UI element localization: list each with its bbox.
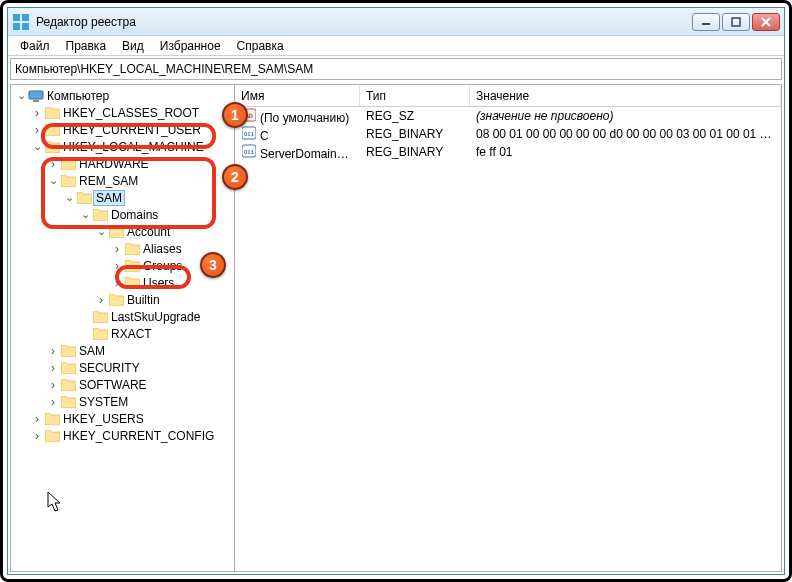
chevron-down-icon[interactable] <box>47 175 59 187</box>
app-icon <box>12 13 30 31</box>
folder-icon <box>60 395 76 409</box>
folder-icon <box>108 293 124 307</box>
tree-node[interactable]: HKEY_CURRENT_CONFIG <box>11 427 234 444</box>
tree-label: HKEY_CURRENT_CONFIG <box>63 429 214 443</box>
svg-text:011: 011 <box>244 131 255 137</box>
folder-icon <box>44 106 60 120</box>
address-bar[interactable]: Компьютер\HKEY_LOCAL_MACHINE\REM_SAM\SAM <box>10 58 782 80</box>
folder-icon <box>108 225 124 239</box>
chevron-right-icon[interactable] <box>31 124 43 136</box>
value-row[interactable]: ab(По умолчанию)REG_SZ(значение не присв… <box>235 107 781 125</box>
folder-icon <box>44 429 60 443</box>
tree-pane[interactable]: Компьютер HKEY_CLASSES_ROOTHKEY_CURRENT_… <box>10 84 235 572</box>
chevron-down-icon[interactable] <box>79 209 91 221</box>
value-data: fe ff 01 <box>470 144 781 160</box>
tree-node[interactable]: HKEY_USERS <box>11 410 234 427</box>
folder-icon <box>44 412 60 426</box>
tree-label: HKEY_CLASSES_ROOT <box>63 106 199 120</box>
chevron-down-icon[interactable] <box>95 226 107 238</box>
tree-node[interactable]: REM_SAM <box>11 172 234 189</box>
expand-icon[interactable] <box>15 90 27 102</box>
tree-node[interactable]: SECURITY <box>11 359 234 376</box>
tree-node[interactable]: SAM <box>11 189 234 206</box>
titlebar[interactable]: Редактор реестра <box>8 8 784 36</box>
tree-node[interactable]: Account <box>11 223 234 240</box>
value-name: 011C <box>235 124 360 144</box>
chevron-right-icon[interactable] <box>31 413 43 425</box>
cursor-icon <box>47 491 63 513</box>
folder-icon <box>124 242 140 256</box>
tree-node[interactable]: Domains <box>11 206 234 223</box>
menu-file[interactable]: Файл <box>12 37 58 55</box>
chevron-down-icon[interactable] <box>31 141 43 153</box>
folder-icon <box>60 361 76 375</box>
svg-text:011: 011 <box>244 149 255 155</box>
value-data: (значение не присвоено) <box>470 108 781 124</box>
window-controls <box>692 13 780 31</box>
menubar: Файл Правка Вид Избранное Справка <box>8 36 784 56</box>
tree-label: LastSkuUpgrade <box>111 310 200 324</box>
tree-node[interactable]: HKEY_CURRENT_USER <box>11 121 234 138</box>
chevron-right-icon[interactable] <box>47 396 59 408</box>
menu-edit[interactable]: Правка <box>58 37 115 55</box>
tree-node[interactable]: SOFTWARE <box>11 376 234 393</box>
values-pane[interactable]: Имя Тип Значение ab(По умолчанию)REG_SZ(… <box>235 84 782 572</box>
chevron-right-icon[interactable] <box>111 277 123 289</box>
menu-favorites[interactable]: Избранное <box>152 37 229 55</box>
tree-label: Builtin <box>127 293 160 307</box>
window-title: Редактор реестра <box>36 15 692 29</box>
chevron-right-icon[interactable] <box>95 294 107 306</box>
col-value[interactable]: Значение <box>470 86 781 106</box>
tree-node[interactable]: HKEY_LOCAL_MACHINE <box>11 138 234 155</box>
tree-label: SOFTWARE <box>79 378 147 392</box>
tree-label: HKEY_USERS <box>63 412 144 426</box>
callout-badge-1: 1 <box>222 102 248 128</box>
tree-node[interactable]: Aliases <box>11 240 234 257</box>
folder-icon <box>60 174 76 188</box>
svg-rect-1 <box>22 14 29 21</box>
folder-icon <box>92 208 108 222</box>
chevron-right-icon[interactable] <box>31 430 43 442</box>
tree-node[interactable]: LastSkuUpgrade <box>11 308 234 325</box>
tree-label: SECURITY <box>79 361 140 375</box>
tree-root[interactable]: Компьютер <box>11 87 234 104</box>
menu-view[interactable]: Вид <box>114 37 152 55</box>
tree-label: SAM <box>93 190 125 206</box>
binary-value-icon: 011 <box>241 125 257 141</box>
chevron-right-icon[interactable] <box>47 345 59 357</box>
menu-help[interactable]: Справка <box>229 37 292 55</box>
chevron-right-icon[interactable] <box>47 362 59 374</box>
tree-label: Domains <box>111 208 158 222</box>
tree-node[interactable]: SAM <box>11 342 234 359</box>
folder-icon <box>124 259 140 273</box>
col-type[interactable]: Тип <box>360 86 470 106</box>
chevron-right-icon[interactable] <box>31 107 43 119</box>
chevron-right-icon[interactable] <box>111 260 123 272</box>
value-data: 08 00 01 00 00 00 00 00 d0 00 00 00 03 0… <box>470 126 781 142</box>
chevron-down-icon[interactable] <box>63 192 75 204</box>
close-button[interactable] <box>752 13 780 31</box>
col-name[interactable]: Имя <box>235 86 360 106</box>
tree-node[interactable]: Builtin <box>11 291 234 308</box>
maximize-button[interactable] <box>722 13 750 31</box>
value-row[interactable]: 011CREG_BINARY08 00 01 00 00 00 00 00 d0… <box>235 125 781 143</box>
value-row[interactable]: 011ServerDomainU...REG_BINARYfe ff 01 <box>235 143 781 161</box>
tree-node[interactable]: Users <box>11 274 234 291</box>
tree-node[interactable]: RXACT <box>11 325 234 342</box>
tree-label: HARDWARE <box>79 157 149 171</box>
tree-node[interactable]: HARDWARE <box>11 155 234 172</box>
svg-rect-5 <box>732 18 740 26</box>
tree-node[interactable]: SYSTEM <box>11 393 234 410</box>
tree-label: SAM <box>79 344 105 358</box>
minimize-button[interactable] <box>692 13 720 31</box>
registry-editor-window: Редактор реестра Файл Правка Вид Избранн… <box>7 7 785 575</box>
folder-icon <box>44 123 60 137</box>
chevron-right-icon[interactable] <box>47 379 59 391</box>
folder-icon <box>92 310 108 324</box>
chevron-right-icon[interactable] <box>111 243 123 255</box>
tree-node[interactable]: HKEY_CLASSES_ROOT <box>11 104 234 121</box>
value-name: 011ServerDomainU... <box>235 142 360 162</box>
folder-icon <box>92 327 108 341</box>
chevron-right-icon[interactable] <box>47 158 59 170</box>
folder-icon <box>44 140 60 154</box>
